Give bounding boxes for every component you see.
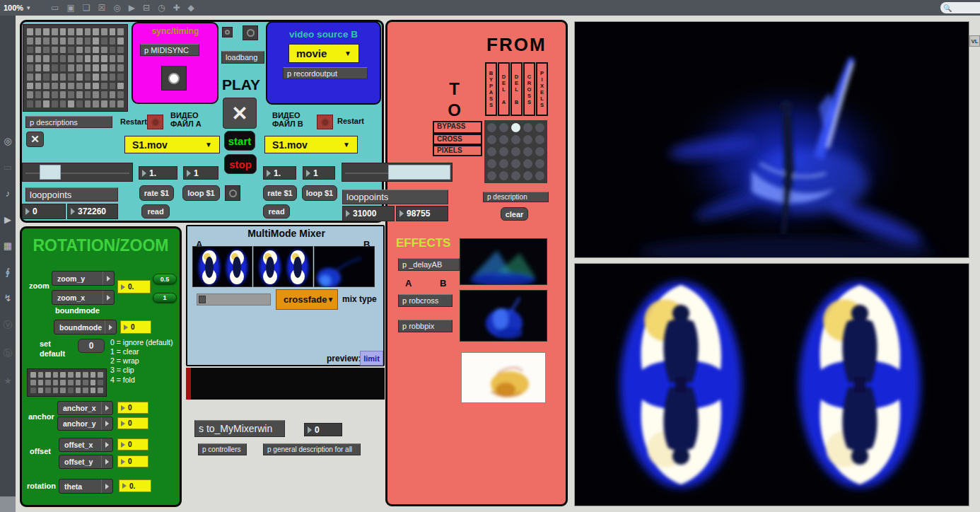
matrix-cell[interactable] [35, 100, 42, 107]
matrix-cell[interactable] [101, 37, 107, 45]
router-cell[interactable] [499, 171, 508, 180]
offset-x-menu[interactable]: offset_x [59, 438, 113, 452]
router-cell[interactable] [511, 159, 520, 168]
matrix-cell[interactable] [101, 91, 107, 98]
loopstart-b-numbox[interactable]: 31000 [342, 206, 395, 221]
matrix-cell[interactable] [85, 64, 91, 71]
matrix-cell[interactable] [83, 380, 88, 385]
comment-icon[interactable]: ❏ [83, 0, 91, 16]
paint-bucket-icon[interactable]: ◆ [188, 0, 194, 16]
matrix-cell[interactable] [52, 91, 58, 98]
matrix-cell[interactable] [43, 55, 49, 62]
matrix-cell[interactable] [27, 91, 33, 98]
matrix-cell[interactable] [68, 372, 74, 378]
matrix-cell[interactable] [53, 388, 59, 393]
loopend-a-numbox[interactable]: 372260 [67, 204, 118, 219]
rate-a-message[interactable]: rate $1 [139, 185, 174, 201]
matrix-cell[interactable] [68, 380, 74, 385]
matrix-cell[interactable] [76, 37, 83, 45]
general-description-subpatcher[interactable]: p general description for all [263, 443, 361, 455]
matrix-cell[interactable] [52, 74, 58, 81]
matrix-cell[interactable] [68, 74, 74, 81]
object-box-icon[interactable]: ▣ [66, 0, 74, 16]
matrix-cell[interactable] [43, 83, 49, 90]
matrix-cell[interactable] [83, 372, 88, 378]
matrix-cell[interactable] [35, 55, 42, 62]
button-icon[interactable]: ◎ [113, 0, 120, 16]
matrix-cell[interactable] [93, 37, 99, 45]
matrix-cell[interactable] [76, 47, 83, 54]
loop-a-numbox[interactable]: 1 [183, 166, 218, 180]
router-cell[interactable] [487, 123, 496, 132]
record-icon[interactable]: ◎ [4, 136, 11, 146]
toggle-x-icon[interactable]: ☒ [98, 0, 106, 16]
router-cell[interactable] [535, 159, 544, 168]
theta-menu[interactable]: theta [59, 479, 113, 494]
matrix-cell[interactable] [117, 47, 124, 54]
send-mixerwin-object[interactable]: s to_MyMixerwin [194, 420, 285, 437]
robbpix-subpatcher[interactable]: p robbpix [398, 320, 453, 332]
matrix-cell[interactable] [93, 64, 99, 71]
router-matrixctrl[interactable] [484, 120, 547, 183]
matrix-cell[interactable] [38, 380, 44, 385]
midisync-subpatcher[interactable]: p MIDISYNC [140, 44, 199, 56]
audio-icon[interactable]: ♪ [6, 188, 11, 199]
patcher-icon[interactable]: ▭ [4, 162, 12, 173]
matrix-cell[interactable] [60, 372, 66, 378]
matrix-cell[interactable] [101, 100, 107, 107]
matrix-cell[interactable] [35, 47, 42, 54]
zoom-level-control[interactable]: 100% ▼ [4, 4, 31, 12]
boundmode-menu[interactable]: boundmode [54, 320, 117, 334]
anchor-y-numbox[interactable]: 0 [117, 417, 148, 429]
matrix-cell[interactable] [52, 64, 58, 71]
clear-a-button[interactable]: ✕ [26, 132, 44, 147]
matrix-cell[interactable] [76, 55, 83, 62]
looppoints-a-message[interactable]: looppoints [25, 187, 118, 202]
limit-button[interactable]: limit [360, 351, 383, 366]
router-cell[interactable] [535, 123, 544, 132]
loopstart-a-numbox[interactable]: 0 [22, 204, 66, 219]
matrix-cell[interactable] [38, 388, 44, 393]
matrix-cell[interactable] [52, 28, 58, 35]
plug-icon[interactable]: ↯ [4, 293, 12, 303]
matrix-cell[interactable] [76, 91, 83, 98]
matrix-cell[interactable] [60, 64, 66, 71]
matrix-cell[interactable] [117, 83, 124, 90]
matrix-cell[interactable] [60, 91, 66, 98]
favorites-icon[interactable]: ★ [4, 376, 12, 386]
matrix-cell[interactable] [85, 37, 91, 45]
matrix-cell[interactable] [27, 37, 33, 45]
router-cell[interactable] [511, 147, 520, 156]
midisync-bang-button[interactable] [161, 66, 187, 91]
matrix-cell[interactable] [101, 83, 107, 90]
matrix-cell[interactable] [60, 388, 66, 393]
matrix-cell[interactable] [110, 91, 116, 98]
matrix-cell[interactable] [27, 64, 33, 71]
matrix-cell[interactable] [93, 74, 99, 81]
matrix-cell[interactable] [93, 83, 99, 90]
matrix-cell[interactable] [43, 91, 49, 98]
matrix-cell[interactable] [76, 28, 83, 35]
matrix-cell[interactable] [35, 91, 42, 98]
matrix-cell[interactable] [60, 47, 66, 54]
plus-icon[interactable]: ✚ [173, 0, 180, 16]
router-cell[interactable] [523, 147, 532, 156]
search-field[interactable]: 🔍 [940, 2, 980, 13]
matrix-cell[interactable] [93, 100, 99, 107]
matrix-cell[interactable] [30, 372, 36, 378]
matrix-cell[interactable] [93, 47, 99, 54]
matrix-cell[interactable] [76, 380, 81, 385]
matrix-cell[interactable] [76, 372, 81, 378]
matrix-cell[interactable] [68, 37, 74, 45]
rate-b-message[interactable]: rate $1 [263, 185, 297, 201]
matrix-cell[interactable] [110, 37, 116, 45]
patcher-rect-icon[interactable]: ▭ [51, 0, 59, 16]
matrix-cell[interactable] [76, 100, 83, 107]
vizzie-icon[interactable]: ⓥ [4, 319, 13, 332]
descriptions-subpatcher[interactable]: p descriptions [25, 116, 112, 128]
matrix-cell[interactable] [117, 64, 124, 71]
router-cell[interactable] [523, 159, 532, 168]
router-cell[interactable] [487, 135, 496, 144]
matrix-cell[interactable] [110, 74, 116, 81]
description-subpatcher[interactable]: p description [483, 192, 549, 202]
